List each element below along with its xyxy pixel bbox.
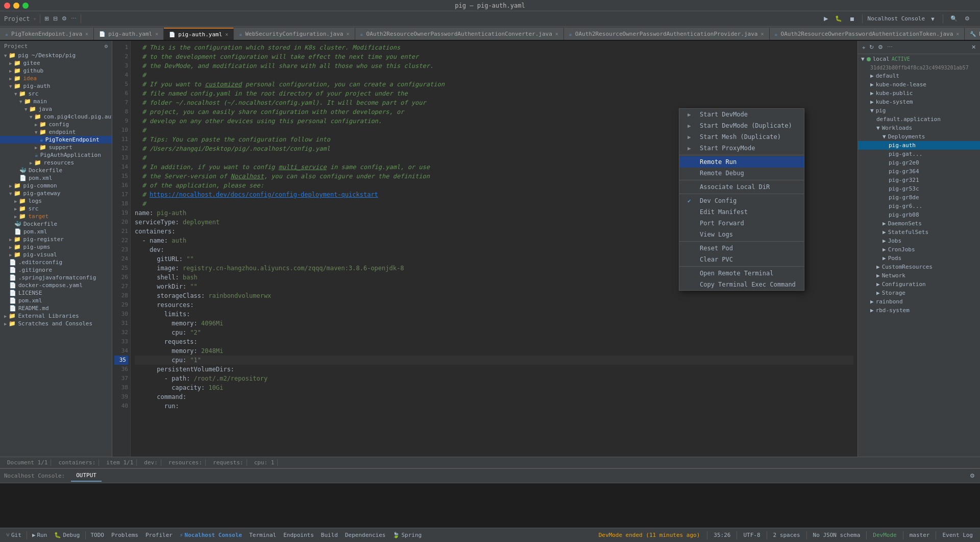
sidebar-item-pig-visual[interactable]: ▶ 📁 pig-visual [0,251,112,258]
console-settings-btn[interactable]: ⚙ [969,472,976,480]
tab-oauth2-provider[interactable]: ☕ OAuth2ResourceOwnerPasswordAuthenticat… [564,28,770,40]
sidebar-item-gitignore[interactable]: 📄 .gitignore [0,266,112,274]
stop-btn[interactable]: ⏹ [847,15,857,23]
rp-network[interactable]: ▶ Network [858,271,980,280]
settings-btn[interactable]: ⚙ [60,14,69,23]
sidebar-item-pig-common[interactable]: ▶ 📁 pig-common [0,182,112,190]
rp-statefulsets[interactable]: ▶ StatefulSets [858,228,980,237]
rp-default[interactable]: ▶ default [858,72,980,80]
sidebar-item-gitee[interactable]: ▶ 📁 gitee [0,59,112,67]
maximize-button[interactable] [22,3,29,9]
cm-copy-terminal-exec[interactable]: Copy Terminal Exec Command [679,279,804,290]
rp-pig-grb08[interactable]: pig-grb08 [858,210,980,219]
sidebar-item-support[interactable]: ▶ 📁 support [0,144,112,151]
tab-close[interactable]: × [155,31,158,37]
minimize-button[interactable] [13,3,19,9]
tab-close-t[interactable]: × [956,31,959,37]
sidebar-item-docker-compose[interactable]: 📄 docker-compose.yaml [0,281,112,289]
bb-endpoints[interactable]: Endpoints [281,531,316,539]
rp-pig-ns[interactable]: ▼ pig [858,106,980,115]
rp-pig-gr2e0[interactable]: pig-gr2e0 [858,158,980,167]
rp-pig-gr6[interactable]: pig-gr6... [858,202,980,210]
tab-oauth2-token[interactable]: ☕ OAuth2ResourceOwnerPasswordAuthenticat… [770,28,965,40]
bb-run[interactable]: ▶ Run [30,531,50,539]
rp-configuration[interactable]: ▶ Configuration [858,280,980,289]
rp-deployments[interactable]: ▼ Deployments [858,132,980,141]
cm-remote-run[interactable]: Remote Run [679,156,804,168]
sidebar-item-pigauth-app[interactable]: ☕ PigAuthApplication [0,151,112,159]
sidebar-item-pig-root[interactable]: ▼ 📁 pig ~/Desktop/pig [0,52,112,59]
cm-remote-debug[interactable]: Remote Debug [679,168,804,179]
sidebar-item-main[interactable]: ▼ 📁 main [0,98,112,105]
bb-debug[interactable]: 🐛 Debug [52,531,82,539]
tab-nocalhost[interactable]: 🔧 Nocalhost [965,28,980,40]
bb-spring[interactable]: 🍃 Spring [390,531,424,539]
rp-daemonsets[interactable]: ▶ DaemonSets [858,219,980,228]
sidebar-item-dockerfile-gw[interactable]: 🐳 Dockerfile [0,220,112,228]
sidebar-item-readme[interactable]: 📄 README.md [0,304,112,312]
sidebar-item-pig-register[interactable]: ▶ 📁 pig-register [0,235,112,243]
rp-pig-gr364[interactable]: pig-gr364 [858,167,980,176]
run-btn[interactable]: ▶ [822,14,830,23]
debug-btn[interactable]: 🐛 [833,14,844,23]
collapse-all-btn[interactable]: ⊟ [51,14,60,23]
menu-btn[interactable]: ⋯ [69,14,79,23]
tab-close-p[interactable]: × [761,31,764,37]
tab-pig-auth-yaml-1[interactable]: 📄 pig-auth.yaml × [94,28,164,40]
rp-cronjobs[interactable]: ▶ CronJobs [858,245,980,254]
sidebar-item-idea[interactable]: ▶ 📁 idea [0,75,112,82]
bb-nocalhost[interactable]: ⚡ Nocalhost Console [178,531,244,539]
sidebar-item-pkg[interactable]: ▼ 📁 com.pig4cloud.pig.auth [0,113,112,121]
rp-jobs[interactable]: ▶ Jobs [858,237,980,245]
sidebar-item-dockerfile[interactable]: 🐳 Dockerfile [0,167,112,174]
cm-view-logs[interactable]: View Logs [679,229,804,240]
rp-refresh-btn[interactable]: ↻ [868,43,875,52]
sidebar-gear-icon[interactable]: ⚙ [104,43,108,50]
sidebar-item-pom-gw[interactable]: 📄 pom.xml [0,228,112,235]
rp-pig-auth-deployment[interactable]: pig-auth [858,141,980,150]
console-tab-output[interactable]: OUTPUT [71,470,102,482]
bb-terminal[interactable]: Terminal [247,531,278,539]
rp-settings-btn[interactable]: ⚙ [877,43,884,52]
sidebar-item-springconfig[interactable]: 📄 .springjavaformatconfig [0,274,112,281]
sidebar-item-src[interactable]: ▼ 📁 src [0,90,112,98]
sidebar-item-config[interactable]: ▶ 📁 config [0,121,112,128]
sidebar-item-pig-upms[interactable]: ▶ 📁 pig-upms [0,243,112,251]
bb-git[interactable]: ⑂ Git [4,531,23,539]
rp-add-btn[interactable]: + [861,43,866,52]
rp-storage[interactable]: ▶ Storage [858,289,980,297]
rp-kube-node-lease[interactable]: ▶ kube-node-lease [858,80,980,89]
rp-more-btn[interactable]: ⋯ [886,43,894,52]
cm-edit-manifest[interactable]: Edit Manifest [679,206,804,218]
sidebar-item-pig-gateway[interactable]: ▼ 📁 pig-gateway [0,190,112,197]
sidebar-item-github[interactable]: ▶ 📁 github [0,67,112,75]
sidebar-item-scratches[interactable]: ▶ 📁 Scratches and Consoles [0,320,112,327]
tab-close-active[interactable]: × [225,32,228,37]
sidebar-item-endpoint[interactable]: ▼ 📁 endpoint [0,128,112,136]
tab-websecurity[interactable]: ☕ WebSecurityConfiguration.java × [234,28,355,40]
bb-deps[interactable]: Dependencies [343,531,387,539]
cm-dev-config[interactable]: ✔ Dev Config [679,195,804,206]
cm-associate-local-dir[interactable]: Associate Local DiR [679,181,804,193]
cm-port-forward[interactable]: Port Forward [679,218,804,229]
sidebar-item-pom-root[interactable]: 📄 pom.xml [0,297,112,304]
tab-close[interactable]: × [85,31,88,37]
sidebar-item-target[interactable]: ▶ 📁 target [0,213,112,220]
bb-problems[interactable]: Problems [109,531,140,539]
tab-pigtokenendpoint[interactable]: ☕ PigTokenEndpoint.java × [0,28,94,40]
rp-pig-gr321[interactable]: pig-gr321 [858,176,980,184]
rp-pods[interactable]: ▶ Pods [858,254,980,263]
rp-close-btn[interactable]: ✕ [970,43,977,52]
tab-oauth2-converter[interactable]: ☕ OAuth2ResourceOwnerPasswordAuthenticat… [355,28,564,40]
cm-open-remote-terminal[interactable]: Open Remote Terminal [679,268,804,279]
close-button[interactable] [4,3,10,9]
gear-btn[interactable]: ⚙ [963,14,972,23]
sidebar-item-license[interactable]: 📄 LICENSE [0,289,112,297]
nocalhost-btn[interactable]: ▼ [928,15,938,23]
rp-workloads[interactable]: ▼ Workloads [858,124,980,132]
expand-all-btn[interactable]: ⊞ [42,14,51,23]
sidebar-item-src-gw[interactable]: ▶ 📁 src [0,205,112,213]
rp-pig-gr53c[interactable]: pig-gr53c [858,184,980,193]
sidebar-item-pigtokenendpoint[interactable]: ☕ PigTokenEndpoint [0,136,112,144]
tab-close-ws[interactable]: × [346,31,349,37]
